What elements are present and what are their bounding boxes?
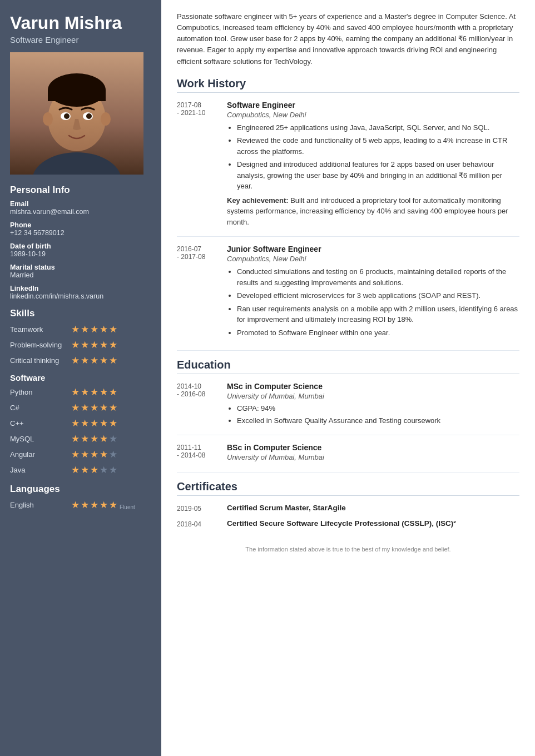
star-icon: ★: [71, 339, 80, 351]
skill-row: C#★★★★★: [10, 402, 151, 414]
work-entries: 2017-08- 2021-10 Software Engineer Compu…: [177, 101, 519, 342]
work-history-title: Work History: [177, 77, 519, 93]
star-icon: ★: [81, 324, 89, 335]
marital-value: Married: [10, 271, 151, 279]
star-rating: ★★★★★: [71, 433, 117, 445]
skill-row: C++★★★★★: [10, 417, 151, 429]
star-rating: ★★★★★: [71, 402, 117, 414]
star-icon: ★: [71, 417, 80, 429]
resume-container: Varun Mishra Software Engineer: [0, 0, 535, 756]
edu-details: MSc in Computer Science University of Mu…: [227, 382, 519, 427]
star-icon: ★: [81, 464, 89, 476]
svg-point-11: [86, 113, 92, 119]
star-icon: ★: [90, 417, 98, 429]
star-icon: ★: [100, 499, 108, 511]
skill-row: Critical thinking★★★★★: [10, 355, 151, 366]
skill-name: C++: [10, 419, 71, 427]
star-icon: ★: [109, 499, 117, 511]
star-icon: ★: [81, 402, 89, 414]
star-rating: ★★★★★: [71, 355, 117, 366]
work-job-title: Junior Software Engineer: [227, 245, 519, 253]
star-rating: ★★★★★: [71, 449, 117, 460]
star-rating: ★★★★★: [71, 499, 117, 511]
cert-entry: 2019-05 Certified Scrum Master, StarAgil…: [177, 504, 519, 513]
language-level: Fluent: [120, 504, 135, 510]
candidate-photo: [10, 52, 143, 175]
star-icon: ★: [71, 355, 80, 366]
dob-value: 1989-10-19: [10, 250, 151, 258]
star-icon: ★: [71, 402, 80, 414]
dob-label: Date of birth: [10, 242, 151, 250]
work-bullet: Developed efficient microservices for 3 …: [237, 290, 519, 301]
work-entry: 2017-08- 2021-10 Software Engineer Compu…: [177, 101, 519, 228]
language-row: English★★★★★Fluent: [10, 499, 151, 511]
star-icon: ★: [100, 402, 108, 414]
education-title: Education: [177, 359, 519, 374]
star-rating: ★★★★★: [71, 386, 117, 398]
star-icon: ★: [90, 324, 98, 335]
work-divider: [177, 236, 519, 237]
edu-bullet: CGPA: 94%: [237, 403, 519, 414]
personal-info-title: Personal Info: [10, 185, 151, 196]
skill-name: Critical thinking: [10, 356, 71, 365]
education-entry: 2011-11- 2014-08 BSc in Computer Science…: [177, 443, 519, 464]
star-icon: ★: [71, 464, 80, 476]
star-icon: ★: [109, 464, 117, 476]
skills-title: Skills: [10, 308, 151, 319]
edu-school: University of Mumbai, Mumbai: [227, 453, 519, 461]
svg-rect-5: [48, 90, 106, 101]
cert-date: 2019-05: [177, 504, 227, 513]
star-icon: ★: [90, 433, 98, 445]
star-icon: ★: [71, 499, 80, 511]
work-date: 2017-08- 2021-10: [177, 101, 227, 228]
edu-degree: MSc in Computer Science: [227, 382, 519, 391]
work-job-title: Software Engineer: [227, 101, 519, 110]
languages-title: Languages: [10, 484, 151, 495]
skill-row: MySQL★★★★★: [10, 433, 151, 445]
footer-note: The information stated above is true to …: [177, 546, 519, 553]
linkedin-item: LinkedIn linkedin.com/in/mishra.s.varun: [10, 285, 151, 300]
phone-label: Phone: [10, 221, 151, 229]
email-value: mishra.varun@email.com: [10, 208, 151, 216]
skill-name: Java: [10, 466, 71, 474]
summary: Passionate software engineer with 5+ yea…: [177, 11, 519, 67]
phone-value: +12 34 56789012: [10, 229, 151, 237]
star-icon: ★: [71, 386, 80, 398]
skill-name: Angular: [10, 450, 71, 459]
skill-name: MySQL: [10, 435, 71, 443]
software-skills-list: Python★★★★★C#★★★★★C++★★★★★MySQL★★★★★Angu…: [10, 386, 151, 476]
linkedin-label: LinkedIn: [10, 285, 151, 292]
star-icon: ★: [109, 433, 117, 445]
sidebar: Varun Mishra Software Engineer: [0, 0, 161, 756]
education-divider: [177, 350, 519, 351]
star-icon: ★: [100, 386, 108, 398]
star-icon: ★: [100, 339, 108, 351]
education-entry: 2014-10- 2016-08 MSc in Computer Science…: [177, 382, 519, 427]
star-icon: ★: [90, 499, 98, 511]
star-icon: ★: [109, 324, 117, 335]
skill-row: Teamwork★★★★★: [10, 324, 151, 335]
soft-skills-list: Teamwork★★★★★Problem-solving★★★★★Critica…: [10, 324, 151, 366]
languages-list: English★★★★★Fluent: [10, 499, 151, 511]
star-icon: ★: [109, 417, 117, 429]
edu-date: 2011-11- 2014-08: [177, 443, 227, 464]
work-bullet: Ran user requirements analysis on a mobi…: [237, 304, 519, 325]
dob-item: Date of birth 1989-10-19: [10, 242, 151, 258]
work-company: Compubotics, New Delhi: [227, 255, 519, 263]
key-achievement: Key achievement: Built and introduced a …: [227, 195, 519, 228]
svg-point-7: [101, 112, 111, 126]
candidate-name: Varun Mishra: [10, 13, 151, 33]
edu-date: 2014-10- 2016-08: [177, 382, 227, 427]
star-icon: ★: [81, 433, 89, 445]
star-icon: ★: [100, 324, 108, 335]
certificates-list: 2019-05 Certified Scrum Master, StarAgil…: [177, 504, 519, 528]
linkedin-value: linkedin.com/in/mishra.s.varun: [10, 292, 151, 300]
star-icon: ★: [109, 339, 117, 351]
education-entries: 2014-10- 2016-08 MSc in Computer Science…: [177, 382, 519, 464]
cert-date: 2018-04: [177, 519, 227, 528]
work-bullet: Designed and introduced additional featu…: [237, 159, 519, 192]
star-rating: ★★★★★: [71, 324, 117, 335]
star-icon: ★: [71, 324, 80, 335]
skill-name: C#: [10, 404, 71, 412]
work-bullet: Reviewed the code and functionality of 5…: [237, 135, 519, 157]
